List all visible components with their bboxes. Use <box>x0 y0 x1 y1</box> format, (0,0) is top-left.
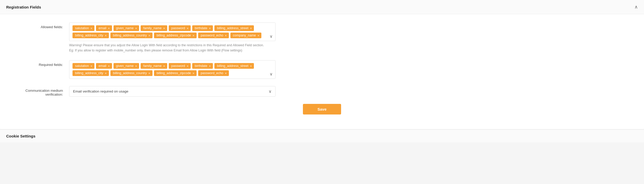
tag-required-email: email × <box>96 63 112 69</box>
tag-allowed-company-name: company_name × <box>230 33 262 38</box>
page-container: Registration Fields ∧ Allowed fields: sa… <box>0 0 644 184</box>
tag-required-birthdate: birthdate × <box>192 63 213 69</box>
tag-allowed-billing-zipcode: billing_address_zipcode × <box>154 33 197 38</box>
tag-close-allowed-billing-street[interactable]: × <box>250 27 252 30</box>
tag-required-billing-zipcode: billing_address_zipcode × <box>154 70 197 76</box>
tag-allowed-birthdate: birthdate × <box>192 25 213 31</box>
tag-close-allowed-email[interactable]: × <box>108 27 110 30</box>
tag-required-family-name: family_name × <box>141 63 167 69</box>
tag-close-allowed-password-echo[interactable]: × <box>225 34 227 37</box>
tags-chevron-required[interactable]: ∨ <box>270 72 273 76</box>
tag-required-billing-street: billing_address_street × <box>214 63 254 69</box>
tag-close-allowed-billing-zipcode[interactable]: × <box>192 34 195 37</box>
section-header: Registration Fields ∧ <box>0 0 644 14</box>
allowed-fields-label: Allowed fields: <box>12 22 69 29</box>
tag-allowed-billing-city: billing_address_city × <box>73 33 109 38</box>
tag-close-required-birthdate[interactable]: × <box>209 64 211 68</box>
required-fields-control: salutation × email × given_name × family… <box>69 60 276 79</box>
save-row: Save <box>12 104 632 114</box>
allowed-fields-control: salutation × email × given_name × family… <box>69 22 276 53</box>
warning-text-1: Warning! Please ensure that you adjust t… <box>69 43 276 53</box>
tag-close-required-billing-city[interactable]: × <box>105 72 107 75</box>
communication-control: Email verification required on usage ∨ <box>69 86 276 97</box>
tag-close-allowed-family-name[interactable]: × <box>163 27 165 30</box>
required-fields-tags-container: salutation × email × given_name × family… <box>69 60 276 79</box>
communication-row: Communication medium verification: Email… <box>12 86 632 97</box>
next-section-title: Cookie Settings <box>0 129 644 142</box>
communication-select[interactable]: Email verification required on usage ∨ <box>69 86 276 97</box>
tag-close-required-salutation[interactable]: × <box>91 64 93 68</box>
section-title: Registration Fields <box>6 5 41 9</box>
tag-required-password: password × <box>169 63 191 69</box>
required-fields-row: Required fields: salutation × email × gi… <box>12 60 632 79</box>
section-body: Allowed fields: salutation × email × giv… <box>0 14 644 129</box>
tag-allowed-password: password × <box>169 25 191 31</box>
tag-close-required-given-name[interactable]: × <box>135 64 137 68</box>
allowed-fields-row: Allowed fields: salutation × email × giv… <box>12 22 632 53</box>
tag-required-billing-city: billing_address_city × <box>73 70 109 76</box>
tag-allowed-billing-street: billing_address_street × <box>214 25 254 31</box>
tag-allowed-salutation: salutation × <box>73 25 94 31</box>
tag-close-required-family-name[interactable]: × <box>163 64 165 68</box>
tag-close-allowed-birthdate[interactable]: × <box>209 27 211 30</box>
collapse-icon[interactable]: ∧ <box>634 4 638 10</box>
communication-chevron: ∨ <box>269 89 272 94</box>
tag-close-allowed-billing-city[interactable]: × <box>105 34 107 37</box>
tag-close-required-billing-street[interactable]: × <box>250 64 252 68</box>
tag-required-salutation: salutation × <box>73 63 94 69</box>
tag-allowed-password-echo: password_echo × <box>198 33 229 38</box>
tag-close-required-password-echo[interactable]: × <box>225 72 227 75</box>
registration-fields-section: Registration Fields ∧ Allowed fields: sa… <box>0 0 644 129</box>
communication-value: Email verification required on usage <box>73 89 128 93</box>
tag-required-billing-country: billing_address_country × <box>110 70 152 76</box>
tag-close-required-password[interactable]: × <box>187 64 189 68</box>
tag-allowed-given-name: given_name × <box>114 25 139 31</box>
tag-required-given-name: given_name × <box>114 63 139 69</box>
tag-close-required-email[interactable]: × <box>108 64 110 68</box>
tag-close-allowed-billing-country[interactable]: × <box>148 34 150 37</box>
save-button[interactable]: Save <box>303 104 341 114</box>
communication-label: Communication medium verification: <box>12 86 69 96</box>
next-section-card: Cookie Settings <box>0 129 644 142</box>
tag-close-allowed-given-name[interactable]: × <box>135 27 137 30</box>
tag-close-allowed-company-name[interactable]: × <box>257 34 260 37</box>
tag-close-allowed-salutation[interactable]: × <box>91 27 93 30</box>
tag-close-allowed-password[interactable]: × <box>187 27 189 30</box>
tag-close-required-billing-country[interactable]: × <box>148 72 150 75</box>
tag-allowed-billing-country: billing_address_country × <box>110 33 152 38</box>
tag-allowed-email: email × <box>96 25 112 31</box>
tag-allowed-family-name: family_name × <box>141 25 167 31</box>
tag-required-password-echo: password_echo × <box>198 70 229 76</box>
allowed-fields-tags-container: salutation × email × given_name × family… <box>69 22 276 41</box>
tags-chevron-allowed[interactable]: ∨ <box>270 34 273 39</box>
required-fields-label: Required fields: <box>12 60 69 67</box>
tag-close-required-billing-zipcode[interactable]: × <box>192 72 195 75</box>
